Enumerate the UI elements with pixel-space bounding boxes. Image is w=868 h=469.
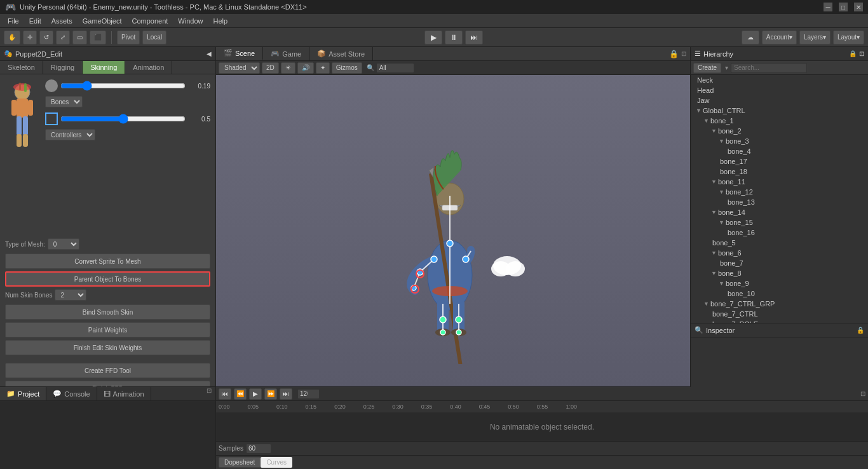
gizmos-button[interactable]: Gizmos [332,62,362,74]
hierarchy-item-bone-3[interactable]: ▼bone_3 [691,136,868,146]
tab-animation-bottom[interactable]: 🎞 Animation [97,387,151,400]
minimize-button[interactable]: ─ [824,3,832,11]
scene-expand[interactable]: ⊡ [681,50,686,57]
slider2-input[interactable] [60,115,186,123]
tab-console[interactable]: 💬 Console [46,387,97,400]
hierarchy-item-bone-8[interactable]: ▼bone_8 [691,268,868,278]
hierarchy-item-bone-5[interactable]: bone_5 [691,238,868,248]
pause-button[interactable]: ⏸ [445,31,463,44]
hierarchy-list[interactable]: Neck Head Jaw▼Global_CTRL▼bone_1▼bone_2▼… [691,75,868,323]
scene-lock-button[interactable]: 🔒 [669,50,679,58]
inspector-lock[interactable]: 🔒 [857,327,864,334]
anim-play-button[interactable]: ▶ [249,388,262,400]
hierarchy-item-bone-2[interactable]: ▼bone_2 [691,126,868,136]
anim-end-button[interactable]: ⏭ [280,388,292,400]
hierarchy-item-bone-12[interactable]: ▼bone_12 [691,187,868,197]
hierarchy-item-jaw[interactable]: Jaw [691,95,868,105]
parent-object-button[interactable]: Parent Object To Bones [5,271,210,287]
anim-next-button[interactable]: ⏩ [264,388,277,400]
bottom-left-expand[interactable]: ⊡ [207,387,215,400]
move-tool[interactable]: ✛ [23,31,37,44]
account-dropdown[interactable]: Account ▾ [762,31,797,44]
menu-window[interactable]: Window [173,16,208,26]
hierarchy-item-bone-14[interactable]: ▼bone_14 [691,207,868,217]
hierarchy-item-bone-11[interactable]: ▼bone_11 [691,177,868,187]
hierarchy-item-bone-7[interactable]: bone_7 [691,258,868,268]
frame-input[interactable] [297,389,320,399]
anim-back-button[interactable]: ⏮ [219,388,231,400]
anim-prev-button[interactable]: ⏪ [234,388,247,400]
tab-skeleton[interactable]: Skeleton [0,61,43,74]
tab-rigging[interactable]: Rigging [43,61,83,74]
hierarchy-expand[interactable]: ⊡ [859,50,864,57]
hierarchy-item-bone-4[interactable]: bone_4 [691,146,868,156]
hierarchy-item-bone-7-ctrl[interactable]: bone_7_CTRL [691,309,868,319]
convert-sprite-button[interactable]: Convert Sprite To Mesh [5,254,210,269]
play-button[interactable]: ▶ [424,31,442,44]
hierarchy-item-bone-1[interactable]: ▼bone_1 [691,116,868,126]
tab-project[interactable]: 📁 Project [0,387,46,400]
hierarchy-item-bone-15[interactable]: ▼bone_15 [691,217,868,228]
lighting-button[interactable]: ☀ [281,62,295,74]
scene-view[interactable] [216,75,690,386]
create-ffd-button[interactable]: Create FFD Tool [5,363,210,378]
create-button[interactable]: Create [693,63,721,73]
layers-dropdown[interactable]: Layers ▾ [799,31,831,44]
transform-tool[interactable]: ⬛ [90,31,106,44]
audio-button[interactable]: 🔊 [297,62,314,74]
bind-smooth-button[interactable]: Bind Smooth Skin [5,304,210,320]
pivot-toggle[interactable]: Pivot [117,31,140,44]
menu-edit[interactable]: Edit [24,16,46,26]
step-button[interactable]: ⏭ [465,31,483,44]
scale-tool[interactable]: ⤢ [56,31,70,44]
hierarchy-item-bone-10[interactable]: bone_10 [691,289,868,299]
num-skin-select[interactable]: 2 [55,289,86,301]
anim-expand[interactable]: ⊡ [860,390,865,397]
2d-button[interactable]: 2D [262,62,279,74]
menu-assets[interactable]: Assets [46,16,78,26]
shading-select[interactable]: Shaded [219,62,260,74]
hierarchy-item-bone-17[interactable]: bone_17 [691,156,868,167]
puppet-collapse[interactable]: ◀ [207,50,212,57]
tab-scene[interactable]: 🎬 Scene [216,47,263,60]
hierarchy-search[interactable] [731,63,807,73]
tab-skinning[interactable]: Skinning [83,61,125,74]
hierarchy-lock[interactable]: 🔒 [849,50,857,57]
hierarchy-item-bone-9[interactable]: ▼bone_9 [691,278,868,289]
hierarchy-item-bone-6[interactable]: ▼bone_6 [691,248,868,258]
dopesheet-tab[interactable]: Dopesheet [219,457,261,468]
paint-weights-button[interactable]: Paint Weights [5,322,210,337]
menu-file[interactable]: File [3,16,24,26]
hierarchy-item-global-ctrl[interactable]: ▼Global_CTRL [691,105,868,116]
hierarchy-item-bone-7-ctrl-grp[interactable]: ▼bone_7_CTRL_GRP [691,299,868,309]
tab-asset-store[interactable]: 📦 Asset Store [309,47,373,60]
close-button[interactable]: ✕ [854,3,863,11]
bones-dropdown[interactable]: Bones [45,96,83,107]
rotate-tool[interactable]: ↺ [39,31,53,44]
rect-tool[interactable]: ▭ [72,31,87,44]
hierarchy-item-neck[interactable]: Neck [691,75,868,85]
type-of-mesh-select[interactable]: 0 [48,238,79,250]
slider1-input[interactable] [60,82,186,90]
maximize-button[interactable]: □ [839,3,848,11]
curves-tab[interactable]: Curves [261,457,292,468]
tab-game[interactable]: 🎮 Game [263,47,309,60]
layer-search[interactable] [376,63,414,73]
finish-edit-button[interactable]: Finish Edit Skin Weights [5,340,210,355]
tab-animation[interactable]: Animation [125,61,172,74]
effects-button[interactable]: ✦ [316,62,330,74]
menu-component[interactable]: Component [126,16,173,26]
menu-gameobject[interactable]: GameObject [78,16,127,26]
hierarchy-item-bone-16[interactable]: bone_16 [691,228,868,238]
hand-tool[interactable]: ✋ [4,31,20,44]
finish-ffd-button[interactable]: Finish FFD [5,381,210,386]
hierarchy-item-bone-13[interactable]: bone_13 [691,197,868,207]
create-dropdown-icon[interactable]: ▾ [725,64,728,71]
hierarchy-item-head[interactable]: Head [691,85,868,95]
hierarchy-item-bone-18[interactable]: bone_18 [691,167,868,177]
controllers-dropdown[interactable]: Controllers [45,129,95,140]
samples-input[interactable] [246,444,271,454]
menu-help[interactable]: Help [208,16,233,26]
layout-dropdown[interactable]: Layout ▾ [833,31,864,44]
cloud-button[interactable]: ☁ [742,31,759,44]
